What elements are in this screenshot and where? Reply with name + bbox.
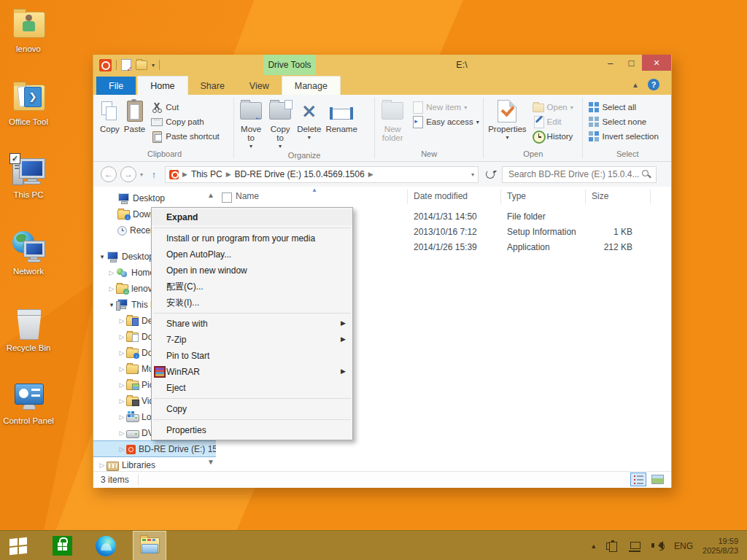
desktop-icon-control-panel[interactable]: Control Panel [3,381,54,425]
search-input[interactable] [507,168,641,180]
copy-button[interactable]: Copy [98,96,122,133]
desktop-icon-network[interactable]: Network [3,231,54,276]
back-button[interactable]: ← [101,166,117,182]
minimize-ribbon-chevron-icon[interactable]: ▲ [632,81,639,89]
move-to-button[interactable]: ← Move to▾ [236,96,266,151]
new-folder-shortcut-icon[interactable] [136,61,147,70]
tab-home[interactable]: Home [137,76,187,95]
store-icon [53,536,72,556]
history-button[interactable]: History [529,129,577,144]
forward-button[interactable]: → [120,166,136,182]
desktop-icon-label: Recycle Bin [3,343,54,352]
column-headers: ▲ Name Date modified Type Size [216,188,671,206]
search-box[interactable] [502,166,657,183]
tab-manage[interactable]: Manage [282,76,341,95]
thumbnails-view-icon [651,475,664,484]
ribbon-group-organize: ← Move to▾ Copy to▾ × Delete▾ Rename [236,96,372,161]
title-bar[interactable]: ▾ Drive Tools E:\ – □ × [93,55,671,75]
drive-tools-contextual-tab[interactable]: Drive Tools [263,55,316,75]
menu-item-install-run[interactable]: Install or run program from your media [152,230,352,246]
menu-item-share-with[interactable]: Share with▶ [152,316,352,332]
quick-access-toolbar: ▾ [93,59,160,71]
breadcrumb-this-pc[interactable]: This PC [191,169,222,179]
tray-expand-chevron-icon[interactable]: ▲ [590,542,597,550]
menu-item-copy[interactable]: Copy [152,401,352,417]
desktop-icon-lenovo[interactable]: lenovo [3,9,54,53]
tree-item-bdre-drive-selected[interactable]: ▷BD-RE Drive (E:) 15.0.4569.1506 [93,441,216,456]
details-view-button[interactable] [630,472,646,486]
menu-item-properties[interactable]: Properties [152,422,352,438]
taskbar-store-button[interactable] [45,531,79,560]
address-dropdown-caret[interactable]: ▾ [471,171,474,178]
close-button[interactable]: × [642,55,671,71]
column-header-date-modified[interactable]: Date modified [414,191,468,201]
date: 2025/8/23 [703,546,738,556]
tree-item-libraries[interactable]: ▷Libraries [93,457,216,471]
ribbon: Copy Paste Cut Copy path [93,95,671,162]
menu-item-open-autoplay[interactable]: Open AutoPlay... [152,246,352,262]
tab-share[interactable]: Share [188,77,237,95]
new-item-button[interactable]: New item▾ [408,100,483,114]
up-button[interactable]: ↑ [147,167,161,182]
menu-item-expand[interactable]: Expand [152,209,352,225]
menu-item-configure[interactable]: 配置(C)... [152,279,352,295]
column-header-type[interactable]: Type [507,191,526,201]
tree-item-desktop-favorite[interactable]: Desktop [93,190,216,206]
paste-shortcut-button[interactable]: Paste shortcut [147,129,223,144]
easy-access-button[interactable]: Easy access▾ [408,114,483,129]
copy-path-button[interactable]: Copy path [147,114,223,129]
select-none-button[interactable]: Select none [585,114,662,129]
language-indicator[interactable]: ENG [674,541,693,551]
rename-icon [331,109,352,120]
rename-button[interactable]: Rename [323,96,359,133]
tab-view[interactable]: View [237,77,282,95]
open-button[interactable]: Open▾ [529,100,577,114]
select-all-button[interactable]: Select all [585,100,662,114]
edit-button[interactable]: Edit [529,114,577,129]
invert-selection-button[interactable]: Invert selection [585,129,662,144]
select-all-checkbox[interactable] [222,192,232,203]
group-label-select: Select [585,149,670,161]
qat-customize-caret[interactable]: ▾ [152,62,155,69]
taskbar-file-explorer-button[interactable] [133,531,166,560]
maximize-button[interactable]: □ [621,55,642,71]
taskbar-edge-button[interactable] [89,531,123,560]
menu-item-7zip[interactable]: 7-Zip▶ [152,332,352,348]
volume-icon[interactable] [651,540,665,552]
column-header-size[interactable]: Size [592,191,608,201]
easy-access-icon [413,116,423,128]
delete-icon: × [301,100,317,122]
desktop-icon-this-pc[interactable]: ✓ This PC [3,155,54,199]
menu-item-pin-to-start[interactable]: Pin to Start [152,348,352,364]
cut-button[interactable]: Cut [147,100,223,114]
thumbnails-view-button[interactable] [649,472,665,486]
menu-item-open-new-window[interactable]: Open in new window [152,262,352,279]
battery-icon[interactable] [606,540,619,552]
menu-item-install[interactable]: 安装(I)... [152,295,352,311]
desktop-icon-office-tool[interactable]: ❯ Office Tool [3,82,54,126]
submenu-arrow-icon: ▶ [341,335,346,343]
address-box[interactable]: ▶ This PC ▶ BD-RE Drive (E:) 15.0.4569.1… [165,166,479,183]
tab-file[interactable]: File [96,77,136,95]
breadcrumb-current[interactable]: BD-RE Drive (E:) 15.0.4569.1506 [235,169,365,179]
desktop-icon-recycle-bin[interactable]: Recycle Bin [3,308,54,352]
column-header-name[interactable]: Name [236,191,259,201]
windows-logo-icon [9,537,27,555]
network-status-icon[interactable] [629,540,642,552]
clock[interactable]: 19:59 2025/8/23 [703,537,738,556]
delete-button[interactable]: × Delete▾ [295,96,323,142]
refresh-icon[interactable] [482,166,498,182]
properties-shortcut-icon[interactable] [121,59,131,71]
recent-locations-caret[interactable]: ▾ [140,171,143,178]
copy-to-button[interactable]: Copy to▾ [266,96,295,151]
new-folder-button[interactable]: New folder [377,96,408,142]
help-button[interactable]: ? [648,79,659,90]
search-icon[interactable] [641,169,651,179]
start-button[interactable] [1,531,35,560]
address-bar: ← → ▾ ↑ ▶ This PC ▶ BD-RE Drive (E:) 15.… [93,162,671,187]
minimize-button[interactable]: – [600,55,621,71]
menu-item-winrar[interactable]: WinRAR▶ [152,364,352,380]
properties-button[interactable]: Properties▾ [486,96,528,142]
menu-item-eject[interactable]: Eject [152,380,352,396]
paste-button[interactable]: Paste [122,96,147,133]
